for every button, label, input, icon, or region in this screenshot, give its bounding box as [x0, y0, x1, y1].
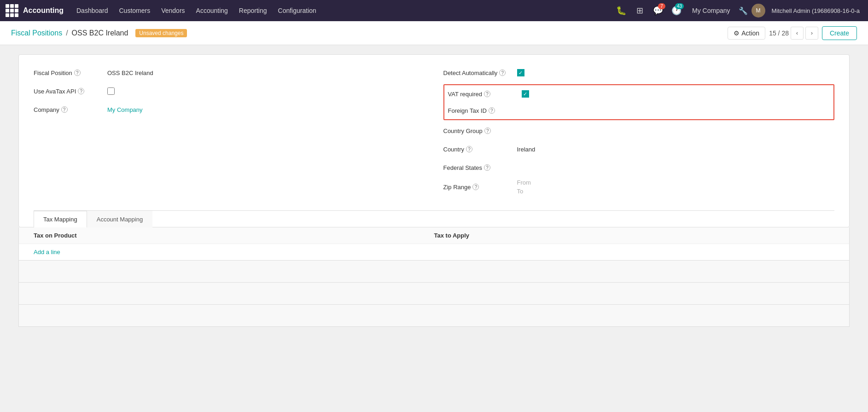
app-grid-icon[interactable] [6, 4, 18, 17]
vat-required-row: VAT required ? ✓ [448, 87, 830, 101]
breadcrumb-separator: / [66, 29, 68, 37]
settings-icon[interactable]: 🔧 [739, 6, 748, 15]
gear-icon: ⚙ [734, 29, 740, 37]
company-label: Company ? [34, 106, 107, 113]
federal-states-help-icon[interactable]: ? [484, 164, 490, 171]
detect-automatically-help-icon[interactable]: ? [499, 70, 506, 76]
vat-required-help-icon[interactable]: ? [484, 91, 490, 97]
avatar[interactable]: M [751, 4, 765, 17]
table-header-tax-to-apply: Tax to Apply [434, 232, 835, 239]
company-help-icon[interactable]: ? [61, 106, 68, 113]
vat-foreign-highlight-box: VAT required ? ✓ Foreign Tax ID ? [443, 84, 835, 120]
user-name[interactable]: Mitchell Admin (19686908-16-0-a [769, 7, 863, 14]
nav-accounting[interactable]: Accounting [192, 0, 233, 21]
nav-reporting[interactable]: Reporting [234, 0, 272, 21]
country-help-icon[interactable]: ? [466, 146, 472, 152]
country-group-label: Country Group ? [443, 128, 517, 134]
breadcrumb-bar: Fiscal Positions / OSS B2C Ireland Unsav… [0, 21, 868, 45]
avatax-api-label: Use AvaTax API ? [34, 88, 107, 95]
detect-automatically-row: Detect Automatically ? ✓ [443, 66, 835, 80]
company-selector[interactable]: My Company [687, 7, 734, 14]
table-header-row: Tax on Product Tax to Apply [19, 227, 849, 244]
app-name: Accounting [23, 6, 64, 15]
zip-range-help-icon[interactable]: ? [472, 184, 479, 190]
tab-tax-mapping[interactable]: Tax Mapping [34, 211, 87, 227]
nav-customers[interactable]: Customers [115, 0, 155, 21]
breadcrumb-parent[interactable]: Fiscal Positions [11, 29, 62, 37]
table-section: Tax on Product Tax to Apply Add a line [18, 227, 850, 261]
unsaved-badge: Unsaved changes [135, 29, 187, 37]
clock-icon-btn[interactable]: 🕐 43 [669, 3, 684, 18]
country-label: Country ? [443, 146, 517, 153]
create-button[interactable]: Create [822, 26, 857, 40]
pager-next-button[interactable]: › [805, 27, 818, 40]
pager: 15 / 28 ‹ › [769, 27, 818, 40]
detect-automatically-checkbox[interactable]: ✓ [517, 69, 524, 76]
tab-account-mapping[interactable]: Account Mapping [87, 211, 152, 227]
country-row: Country ? Ireland [443, 142, 835, 156]
country-value: Ireland [517, 146, 536, 153]
breadcrumb-actions: ⚙ Action 15 / 28 ‹ › Create [728, 26, 857, 40]
action-button[interactable]: ⚙ Action [728, 27, 765, 40]
zip-to-value[interactable]: To [517, 188, 531, 195]
fiscal-position-value: OSS B2C Ireland [107, 70, 153, 76]
bottom-section-1 [18, 261, 850, 283]
detect-automatically-label: Detect Automatically ? [443, 70, 517, 76]
form-right-column: Detect Automatically ? ✓ VAT required ? … [443, 66, 835, 199]
fiscal-position-help-icon[interactable]: ? [74, 70, 81, 76]
zip-range-fields: From To [517, 179, 531, 195]
country-group-help-icon[interactable]: ? [484, 128, 491, 134]
pager-prev-button[interactable]: ‹ [791, 27, 804, 40]
fiscal-position-label: Fiscal Position ? [34, 70, 107, 76]
country-group-row: Country Group ? [443, 124, 835, 138]
federal-states-row: Federal States ? [443, 161, 835, 174]
form-left-column: Fiscal Position ? OSS B2C Ireland Use Av… [34, 66, 425, 199]
avatax-api-help-icon[interactable]: ? [78, 88, 84, 94]
nav-right-actions: 🐛 ⊞ 💬 7 🕐 43 My Company 🔧 M Mitchell Adm… [614, 3, 862, 18]
form-card: Fiscal Position ? OSS B2C Ireland Use Av… [18, 54, 850, 227]
nav-vendors[interactable]: Vendors [157, 0, 189, 21]
zip-range-row: Zip Range ? From To [443, 179, 835, 195]
foreign-tax-id-row: Foreign Tax ID ? [448, 104, 830, 117]
form-body: Fiscal Position ? OSS B2C Ireland Use Av… [34, 66, 834, 207]
avatax-api-checkbox[interactable] [107, 87, 115, 95]
company-value[interactable]: My Company [107, 106, 143, 113]
company-row: Company ? My Company [34, 103, 425, 116]
chat-badge: 7 [658, 3, 665, 9]
tabs-row: Tax Mapping Account Mapping [34, 210, 834, 227]
breadcrumb-current: OSS B2C Ireland [72, 29, 128, 37]
foreign-tax-id-help-icon[interactable]: ? [489, 107, 495, 114]
clock-badge: 43 [675, 3, 684, 9]
avatax-api-row: Use AvaTax API ? [34, 84, 425, 98]
zip-from-value[interactable]: From [517, 179, 531, 186]
nav-configuration[interactable]: Configuration [274, 0, 321, 21]
vat-required-checkbox[interactable]: ✓ [522, 90, 529, 98]
fiscal-position-row: Fiscal Position ? OSS B2C Ireland [34, 66, 425, 80]
bottom-section-3 [18, 305, 850, 327]
main-content: Fiscal Position ? OSS B2C Ireland Use Av… [0, 45, 868, 412]
pager-info: 15 / 28 [769, 29, 789, 37]
nav-dashboard[interactable]: Dashboard [72, 0, 113, 21]
add-line-button[interactable]: Add a line [19, 244, 75, 260]
bottom-section-2 [18, 283, 850, 305]
grid-apps-icon-btn[interactable]: ⊞ [632, 3, 647, 18]
zip-range-label: Zip Range ? [443, 184, 517, 191]
top-navigation: Accounting Dashboard Customers Vendors A… [0, 0, 868, 21]
vat-required-label: VAT required ? [448, 91, 522, 98]
bug-icon-btn[interactable]: 🐛 [614, 3, 629, 18]
chat-icon-btn[interactable]: 💬 7 [651, 3, 665, 18]
table-header-tax-on-product: Tax on Product [34, 232, 434, 239]
federal-states-label: Federal States ? [443, 164, 517, 171]
foreign-tax-id-label: Foreign Tax ID ? [448, 107, 522, 114]
